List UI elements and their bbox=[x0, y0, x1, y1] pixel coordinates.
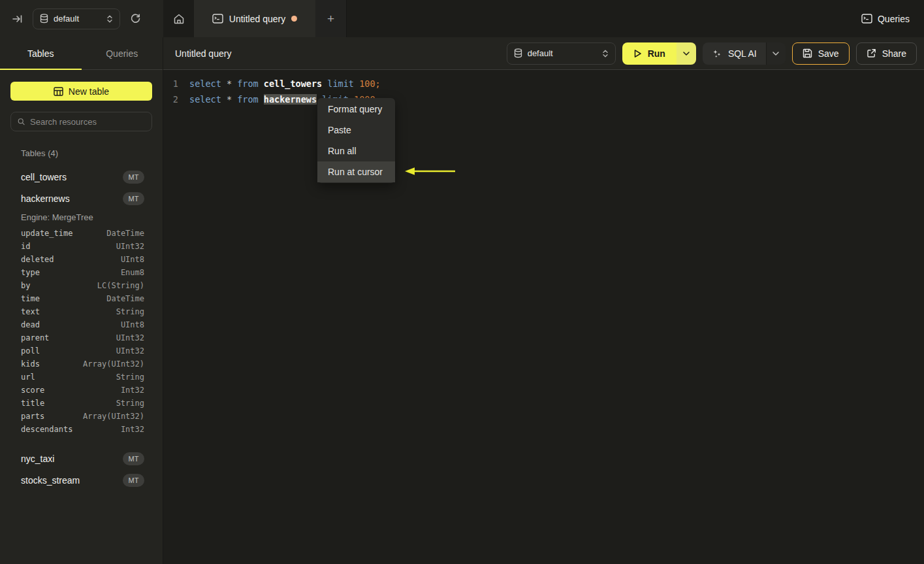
column-row: idUInt32 bbox=[21, 240, 144, 253]
column-row: textString bbox=[21, 305, 144, 318]
column-row: typeEnum8 bbox=[21, 266, 144, 279]
table-row-nyc-taxi[interactable]: nyc_taxi MT bbox=[0, 448, 163, 469]
column-name: time bbox=[21, 294, 40, 303]
code-line-2: 2 select * from hackernews limit 1000 bbox=[163, 91, 924, 107]
menu-item-format-query[interactable]: Format query bbox=[317, 99, 395, 120]
new-table-button[interactable]: New table bbox=[10, 82, 152, 101]
column-name: id bbox=[21, 242, 30, 251]
queries-button-label: Queries bbox=[878, 14, 910, 24]
queries-terminal-icon bbox=[861, 14, 872, 24]
database-icon bbox=[40, 14, 48, 24]
search-input[interactable] bbox=[30, 117, 145, 127]
column-row: descendantsInt32 bbox=[21, 423, 144, 436]
refresh-icon bbox=[130, 13, 141, 24]
table-row-stocks-stream[interactable]: stocks_stream MT bbox=[0, 469, 163, 491]
column-name: poll bbox=[21, 346, 40, 356]
sidebar-tab-tables[interactable]: Tables bbox=[0, 37, 82, 69]
collapse-sidebar-button[interactable] bbox=[8, 9, 27, 29]
database-icon bbox=[514, 48, 522, 58]
run-button[interactable]: Run bbox=[622, 42, 677, 65]
column-type: DateTime bbox=[106, 229, 144, 238]
unsaved-changes-dot bbox=[291, 16, 297, 22]
refresh-button[interactable] bbox=[125, 9, 145, 29]
column-type: Int32 bbox=[121, 386, 144, 395]
column-type: Enum8 bbox=[121, 268, 144, 277]
menu-item-run-at-cursor[interactable]: Run at cursor bbox=[317, 161, 395, 182]
search-box bbox=[10, 112, 152, 131]
tab-untitled-query[interactable]: Untitled query bbox=[194, 0, 315, 37]
line-number: 2 bbox=[163, 91, 178, 107]
menu-item-run-all[interactable]: Run all bbox=[317, 141, 395, 161]
column-name: text bbox=[21, 307, 40, 316]
sql-ai-options-button[interactable] bbox=[766, 42, 786, 65]
column-row: deletedUInt8 bbox=[21, 253, 144, 266]
chevron-up-down-icon bbox=[106, 14, 113, 24]
run-options-button[interactable] bbox=[677, 42, 696, 65]
table-row-cell-towers[interactable]: cell_towers MT bbox=[0, 166, 163, 188]
share-button[interactable]: Share bbox=[856, 42, 917, 65]
home-icon bbox=[173, 13, 185, 25]
column-row: byLC(String) bbox=[21, 279, 144, 292]
column-name: kids bbox=[21, 359, 40, 369]
play-icon bbox=[633, 49, 642, 58]
main-panel: Untitled query default bbox=[163, 37, 924, 564]
column-type: Array(UInt32) bbox=[83, 359, 144, 369]
new-tab-button[interactable]: + bbox=[315, 0, 347, 37]
query-database-selector[interactable]: default bbox=[507, 42, 616, 65]
chevron-up-down-icon bbox=[602, 49, 609, 58]
table-name: stocks_stream bbox=[21, 475, 80, 486]
column-name: type bbox=[21, 268, 40, 277]
database-selector-value: default bbox=[54, 14, 79, 24]
column-type: UInt32 bbox=[116, 346, 144, 356]
sql-ai-split-button: SQL AI bbox=[703, 42, 786, 65]
new-table-label: New table bbox=[69, 86, 109, 97]
chevron-down-icon bbox=[773, 52, 779, 56]
save-icon bbox=[803, 48, 812, 58]
column-type: UInt8 bbox=[121, 320, 144, 329]
sql-ai-button[interactable]: SQL AI bbox=[703, 42, 766, 65]
column-name: by bbox=[21, 281, 30, 290]
column-row: timeDateTime bbox=[21, 292, 144, 305]
menu-item-paste[interactable]: Paste bbox=[317, 120, 395, 141]
column-type: UInt32 bbox=[116, 333, 144, 342]
save-button[interactable]: Save bbox=[792, 42, 850, 65]
column-row: parentUInt32 bbox=[21, 331, 144, 344]
column-name: update_time bbox=[21, 229, 72, 238]
collapse-sidebar-icon bbox=[12, 13, 24, 25]
column-list: update_timeDateTime idUInt32 deletedUInt… bbox=[0, 225, 163, 440]
column-row: pollUInt32 bbox=[21, 344, 144, 357]
column-row: partsArray(UInt32) bbox=[21, 410, 144, 423]
home-button[interactable] bbox=[163, 0, 194, 37]
sparkles-icon bbox=[712, 48, 722, 59]
table-name: cell_towers bbox=[21, 172, 67, 182]
chevron-down-icon bbox=[683, 52, 690, 56]
code-content: select * from cell_towers limit 100; bbox=[189, 76, 381, 91]
app-window: default bbox=[0, 0, 924, 564]
sql-editor[interactable]: 1 select * from cell_towers limit 100; 2… bbox=[163, 70, 924, 564]
selected-text: hackernews bbox=[264, 94, 317, 105]
column-type: UInt32 bbox=[116, 242, 144, 251]
sidebar-tab-queries[interactable]: Queries bbox=[82, 37, 163, 69]
database-selector[interactable]: default bbox=[33, 8, 120, 29]
column-type: String bbox=[116, 399, 144, 408]
column-row: update_timeDateTime bbox=[21, 227, 144, 240]
table-name: hackernews bbox=[21, 193, 70, 204]
top-bar-left: default bbox=[0, 0, 163, 37]
table-engine-label: Engine: MergeTree bbox=[0, 209, 163, 225]
column-row: titleString bbox=[21, 397, 144, 410]
top-bar: default bbox=[0, 0, 924, 37]
engine-badge: MT bbox=[123, 171, 144, 184]
sidebar-tabs: Tables Queries bbox=[0, 37, 163, 70]
column-name: dead bbox=[21, 320, 40, 329]
column-name: score bbox=[21, 386, 44, 395]
table-name: nyc_taxi bbox=[21, 454, 54, 464]
tab-label: Untitled query bbox=[229, 14, 285, 24]
column-name: parent bbox=[21, 333, 49, 342]
context-menu: Format query Paste Run all Run at cursor bbox=[317, 98, 395, 183]
column-name: deleted bbox=[21, 255, 54, 264]
engine-badge: MT bbox=[123, 474, 144, 487]
table-grid-icon bbox=[54, 87, 63, 96]
column-type: DateTime bbox=[106, 294, 144, 303]
queries-button[interactable]: Queries bbox=[861, 0, 910, 37]
table-row-hackernews[interactable]: hackernews MT bbox=[0, 188, 163, 209]
